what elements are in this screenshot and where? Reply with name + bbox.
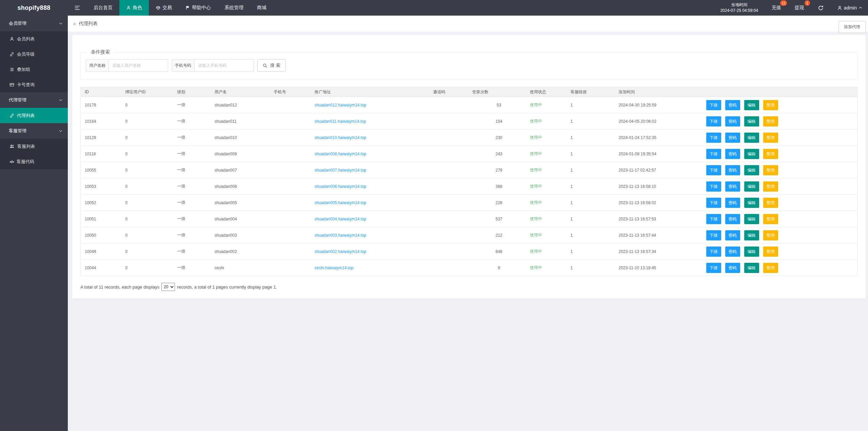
topbar-right: 当地时间 2024-07-25 04:59:04 充值 11 提现 1 admi… [720, 0, 868, 16]
cell-level: 一级 [173, 162, 211, 178]
nav-item-trade[interactable]: 交易 [149, 0, 179, 16]
sub-agent-button[interactable]: 下级 [706, 149, 721, 159]
sub-agent-button[interactable]: 下级 [706, 214, 721, 224]
nav-item-dashboard[interactable]: 后台首页 [87, 0, 119, 16]
sidebar-item-member-list[interactable]: 会员列表 [0, 31, 68, 46]
add-agent-button[interactable]: 添加代理 [839, 21, 866, 33]
edit-button[interactable]: 编辑 [744, 230, 759, 240]
cell-phone [270, 162, 311, 178]
password-button[interactable]: 密码 [725, 214, 740, 224]
disable-button[interactable]: 禁用 [763, 247, 778, 257]
promo-link[interactable]: shuadan005.haiwaiym14.top [315, 200, 367, 205]
sidebar-item-service-code[interactable]: </>客服代码 [0, 154, 68, 169]
password-button[interactable]: 密码 [725, 133, 740, 143]
edit-button[interactable]: 编辑 [744, 198, 759, 208]
nav-item-system-management[interactable]: 系统管理 [218, 0, 250, 16]
edit-button[interactable]: 编辑 [744, 263, 759, 273]
cell-phone [270, 178, 311, 195]
column-header: 用户名 [211, 87, 270, 97]
disable-button[interactable]: 禁用 [763, 214, 778, 224]
sub-agent-button[interactable]: 下级 [706, 181, 721, 192]
recharge-button[interactable]: 充值 11 [772, 5, 781, 11]
withdraw-button[interactable]: 提现 1 [795, 5, 804, 11]
nav-item-mall[interactable]: 商城 [250, 0, 273, 16]
sidebar-group-agent-management[interactable]: 代理管理 [0, 92, 68, 108]
promo-link[interactable]: shuadan004.haiwaiym14.top [315, 217, 367, 221]
menu-toggle-button[interactable] [68, 0, 87, 16]
user-menu[interactable]: admin [837, 5, 863, 11]
password-button[interactable]: 密码 [725, 165, 740, 175]
password-button[interactable]: 密码 [725, 230, 740, 240]
promo-link[interactable]: shuadan012.haiwaiym14.top [315, 103, 367, 107]
promo-link[interactable]: shuadan010.haiwaiym14.top [315, 135, 367, 140]
edit-button[interactable]: 编辑 [744, 247, 759, 257]
sidebar-item-service-list[interactable]: 客服列表 [0, 139, 68, 154]
phone-input[interactable] [194, 59, 254, 72]
username-input[interactable] [108, 59, 168, 72]
password-button[interactable]: 密码 [725, 149, 740, 159]
nav-item-help-center[interactable]: 帮助中心 [179, 0, 218, 16]
breadcrumb-separator-icon: » [73, 21, 76, 27]
disable-button[interactable]: 禁用 [763, 198, 778, 208]
disable-button[interactable]: 禁用 [763, 133, 778, 143]
password-button[interactable]: 密码 [725, 181, 740, 192]
search-button[interactable]: 搜 索 [257, 59, 285, 72]
promo-link[interactable]: shuadan003.haiwaiym14.top [315, 233, 367, 238]
sub-agent-button[interactable]: 下级 [706, 133, 721, 143]
password-button[interactable]: 密码 [725, 263, 740, 273]
password-button[interactable]: 密码 [725, 198, 740, 208]
sidebar-item-card-query[interactable]: 卡号查询 [0, 77, 68, 92]
disable-button[interactable]: 禁用 [763, 149, 778, 159]
nav-item-label: 商城 [257, 5, 267, 11]
promo-link[interactable]: shuadan002.haiwaiym14.top [315, 249, 367, 254]
password-button[interactable]: 密码 [725, 247, 740, 257]
cell-level: 一级 [173, 195, 211, 211]
sub-agent-button[interactable]: 下级 [706, 100, 721, 110]
cell-promo-url: shuadan005.haiwaiym14.top [311, 195, 429, 211]
disable-button[interactable]: 禁用 [763, 263, 778, 273]
refresh-button[interactable] [818, 5, 824, 11]
sub-agent-button[interactable]: 下级 [706, 165, 721, 175]
sub-agent-button[interactable]: 下级 [706, 198, 721, 208]
table-row: 101640一级shuadan011shuadan011.haiwaiym14.… [81, 113, 857, 130]
password-button[interactable]: 密码 [725, 100, 740, 110]
edit-button[interactable]: 编辑 [744, 149, 759, 159]
breadcrumb-bar: » 代理列表 [68, 16, 868, 32]
sub-agent-button[interactable]: 下级 [706, 230, 721, 240]
promo-link[interactable]: shuadan011.haiwaiym14.top [315, 119, 366, 124]
sidebar-item-overlay-group[interactable]: 叠加组 [0, 62, 68, 77]
disable-button[interactable]: 禁用 [763, 230, 778, 240]
nav-item-roles[interactable]: 角色 [119, 0, 149, 16]
edit-button[interactable]: 编辑 [744, 165, 759, 175]
sidebar-item-agent-list[interactable]: 代理列表 [0, 108, 68, 123]
status-badge: 使用中 [530, 102, 542, 107]
cell-created-at: 2023-11-17 02:42:57 [615, 162, 702, 178]
cell-created-at: 2024-04-30 19:25:59 [615, 97, 702, 113]
disable-button[interactable]: 禁用 [763, 100, 778, 110]
sidebar-group-service-management[interactable]: 客服管理 [0, 123, 68, 139]
password-button[interactable]: 密码 [725, 116, 740, 126]
sidebar-group-member-management[interactable]: 会员管理 [0, 16, 68, 31]
edit-button[interactable]: 编辑 [744, 133, 759, 143]
cell-service-link: 1 [567, 113, 615, 130]
edit-button[interactable]: 编辑 [744, 181, 759, 192]
disable-button[interactable]: 禁用 [763, 181, 778, 192]
promo-link[interactable]: shuadan006.haiwaiym14.top [315, 184, 367, 189]
edit-button[interactable]: 编辑 [744, 214, 759, 224]
page-size-select[interactable]: 20 [161, 283, 175, 291]
cell-invite-code [429, 162, 468, 178]
table-row: 101790一级shuadan012shuadan012.haiwaiym14.… [81, 97, 857, 113]
promo-link[interactable]: shuadan008.haiwaiym14.top [315, 152, 367, 156]
promo-link[interactable]: shuadan007.haiwaiym14.top [315, 168, 367, 173]
sidebar-item-member-level[interactable]: 会员等级 [0, 46, 68, 62]
disable-button[interactable]: 禁用 [763, 116, 778, 126]
disable-button[interactable]: 禁用 [763, 165, 778, 175]
edit-button[interactable]: 编辑 [744, 100, 759, 110]
sub-agent-button[interactable]: 下级 [706, 116, 721, 126]
table-row: 100490一级shuadan002shuadan002.haiwaiym14.… [81, 243, 857, 260]
sub-agent-button[interactable]: 下级 [706, 247, 721, 257]
edit-button[interactable]: 编辑 [744, 116, 759, 126]
sub-agent-button[interactable]: 下级 [706, 263, 721, 273]
promo-link[interactable]: ceshi.haiwaiym14.top [315, 266, 354, 270]
cell-id: 10044 [81, 260, 121, 276]
